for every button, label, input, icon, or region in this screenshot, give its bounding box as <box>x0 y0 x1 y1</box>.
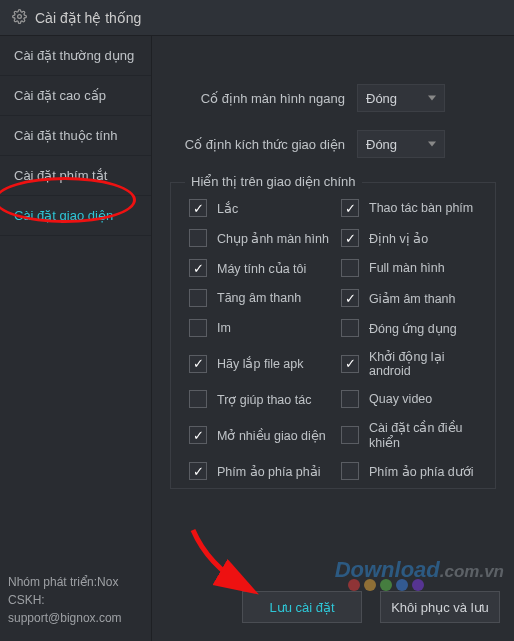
checkbox-icon[interactable] <box>189 426 207 444</box>
nav-properties[interactable]: Cài đặt thuộc tính <box>0 116 151 156</box>
checkbox-item[interactable]: Full màn hình <box>341 259 487 277</box>
checkbox-label: Khởi động lại android <box>369 349 487 378</box>
checkbox-item[interactable]: Thao tác bàn phím <box>341 199 487 217</box>
checkbox-icon[interactable] <box>341 289 359 307</box>
checkbox-label: Thao tác bàn phím <box>369 201 473 215</box>
display-fieldset: Hiển thị trên giao diện chính LắcThao tá… <box>170 182 496 489</box>
checkbox-item[interactable]: Hãy lắp file apk <box>189 349 335 378</box>
checkbox-label: Phím ảo phía phải <box>217 464 321 479</box>
checkbox-item[interactable]: Chụp ảnh màn hình <box>189 229 335 247</box>
checkbox-label: Chụp ảnh màn hình <box>217 231 329 246</box>
checkbox-item[interactable]: Quay video <box>341 390 487 408</box>
window-title: Cài đặt hệ thống <box>35 10 141 26</box>
checkbox-icon[interactable] <box>189 355 207 373</box>
checkbox-icon[interactable] <box>341 355 359 373</box>
nav-general[interactable]: Cài đặt thường dụng <box>0 36 151 76</box>
checkbox-item[interactable]: Tăng âm thanh <box>189 289 335 307</box>
sidebar: Cài đặt thường dụng Cài đặt cao cấp Cài … <box>0 36 152 641</box>
checkbox-label: Mở nhiều giao diện <box>217 428 326 443</box>
checkbox-icon[interactable] <box>341 229 359 247</box>
checkbox-label: Giảm âm thanh <box>369 291 456 306</box>
checkbox-label: Trợ giúp thao tác <box>217 392 311 407</box>
checkbox-label: Định vị ảo <box>369 231 428 246</box>
display-legend: Hiển thị trên giao diện chính <box>185 174 362 189</box>
credits-team: Nhóm phát triển:Nox <box>8 573 143 591</box>
checkbox-item[interactable]: Giảm âm thanh <box>341 289 487 307</box>
checkbox-item[interactable]: Trợ giúp thao tác <box>189 390 335 408</box>
checkbox-icon[interactable] <box>189 259 207 277</box>
checkbox-icon[interactable] <box>341 199 359 217</box>
fixed-size-label: Cố định kích thức giao diện <box>170 137 345 152</box>
credits-support-label: CSKH: <box>8 591 143 609</box>
checkbox-icon[interactable] <box>189 229 207 247</box>
checkbox-icon[interactable] <box>189 289 207 307</box>
checkbox-label: Lắc <box>217 201 238 216</box>
checkbox-label: Đóng ứng dụng <box>369 321 457 336</box>
fixed-landscape-label: Cố định màn hình ngang <box>170 91 345 106</box>
checkbox-icon[interactable] <box>189 319 207 337</box>
titlebar: Cài đặt hệ thống <box>0 0 514 36</box>
checkbox-icon[interactable] <box>189 390 207 408</box>
checkbox-item[interactable]: Đóng ứng dụng <box>341 319 487 337</box>
svg-point-0 <box>18 14 22 18</box>
checkbox-icon[interactable] <box>189 462 207 480</box>
checkbox-label: Tăng âm thanh <box>217 291 301 305</box>
restore-button[interactable]: Khôi phục và lưu <box>380 591 500 623</box>
fixed-size-select[interactable]: Đóng <box>357 130 445 158</box>
checkbox-label: Full màn hình <box>369 261 445 275</box>
credits: Nhóm phát triển:Nox CSKH: support@bignox… <box>0 563 151 641</box>
checkbox-icon[interactable] <box>189 199 207 217</box>
checkbox-icon[interactable] <box>341 462 359 480</box>
checkbox-label: Cài đặt cần điều khiển <box>369 420 487 450</box>
checkbox-item[interactable]: Khởi động lại android <box>341 349 487 378</box>
fixed-landscape-select[interactable]: Đóng <box>357 84 445 112</box>
checkbox-label: Máy tính của tôi <box>217 261 306 276</box>
checkbox-icon[interactable] <box>341 426 359 444</box>
gear-icon <box>12 9 27 27</box>
checkbox-item[interactable]: Lắc <box>189 199 335 217</box>
nav-interface[interactable]: Cài đặt giao diện <box>0 196 151 236</box>
checkbox-item[interactable]: Phím ảo phía dưới <box>341 462 487 480</box>
checkbox-item[interactable]: Phím ảo phía phải <box>189 462 335 480</box>
checkbox-label: Im <box>217 321 231 335</box>
checkbox-icon[interactable] <box>341 319 359 337</box>
save-button[interactable]: Lưu cài đặt <box>242 591 362 623</box>
checkbox-item[interactable]: Định vị ảo <box>341 229 487 247</box>
content-pane: Cố định màn hình ngang Đóng Cố định kích… <box>152 36 514 641</box>
checkbox-item[interactable]: Máy tính của tôi <box>189 259 335 277</box>
checkbox-icon[interactable] <box>341 259 359 277</box>
checkbox-icon[interactable] <box>341 390 359 408</box>
checkbox-item[interactable]: Im <box>189 319 335 337</box>
checkbox-label: Hãy lắp file apk <box>217 356 304 371</box>
checkbox-label: Phím ảo phía dưới <box>369 464 474 479</box>
nav-shortcuts[interactable]: Cài đặt phím tắt <box>0 156 151 196</box>
credits-email: support@bignox.com <box>8 609 143 627</box>
checkbox-item[interactable]: Cài đặt cần điều khiển <box>341 420 487 450</box>
nav-advanced[interactable]: Cài đặt cao cấp <box>0 76 151 116</box>
checkbox-label: Quay video <box>369 392 432 406</box>
checkbox-item[interactable]: Mở nhiều giao diện <box>189 420 335 450</box>
